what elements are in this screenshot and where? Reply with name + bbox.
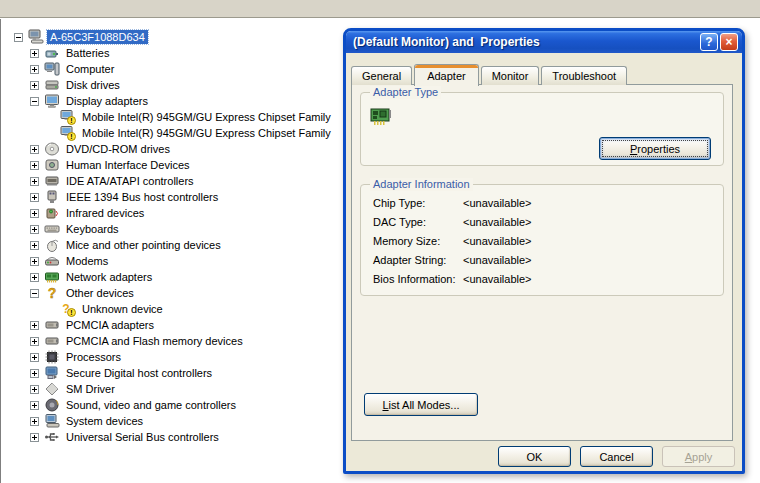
diamond-icon xyxy=(44,381,60,397)
tree-item-label[interactable]: Mobile Intel(R) 945GM/GU Express Chipset… xyxy=(79,126,334,140)
cdrom-icon xyxy=(44,141,60,157)
adapter-info-row: Memory Size:<unavailable> xyxy=(373,235,715,248)
sound-icon xyxy=(44,397,60,413)
adapter-info-label: Chip Type: xyxy=(373,197,463,210)
collapse-minus-icon[interactable] xyxy=(30,97,39,106)
tree-item-label[interactable]: Human Interface Devices xyxy=(63,158,193,172)
adapter-info-label: Memory Size: xyxy=(373,235,463,248)
tab-adapter[interactable]: Adapter xyxy=(414,64,479,86)
tree-item-label[interactable]: Sound, video and game controllers xyxy=(63,398,239,412)
tree-item-label[interactable]: Computer xyxy=(63,62,117,76)
adapter-info-row: Chip Type:<unavailable> xyxy=(373,197,715,210)
svg-text:!: ! xyxy=(70,133,72,140)
adapter-info-value: <unavailable> xyxy=(463,197,715,210)
expand-plus-icon[interactable] xyxy=(30,145,39,154)
expand-plus-icon[interactable] xyxy=(30,241,39,250)
tree-item-label[interactable]: Disk drives xyxy=(63,78,123,92)
tree-item-label[interactable]: IDE ATA/ATAPI controllers xyxy=(63,174,197,188)
display-warning-icon: ! xyxy=(60,125,76,141)
tree-item-label[interactable]: Unknown device xyxy=(79,302,166,316)
tab-troubleshoot[interactable]: Troubleshoot xyxy=(541,66,627,85)
expand-plus-icon[interactable] xyxy=(30,161,39,170)
pcmcia-icon xyxy=(44,317,60,333)
adapter-info-row: DAC Type:<unavailable> xyxy=(373,216,715,229)
mouse-icon xyxy=(44,237,60,253)
tree-item-label[interactable]: Universal Serial Bus controllers xyxy=(63,430,222,444)
tree-item-label[interactable]: PCMCIA adapters xyxy=(63,318,157,332)
tree-item-label[interactable]: DVD/CD-ROM drives xyxy=(63,142,173,156)
expand-plus-icon[interactable] xyxy=(30,81,39,90)
tree-item-label[interactable]: Infrared devices xyxy=(63,206,147,220)
list-all-modes-button[interactable]: List All Modes... xyxy=(364,393,478,416)
tree-item-label[interactable]: A-65C3F1088D634 xyxy=(47,30,148,44)
tree-item-label[interactable]: IEEE 1394 Bus host controllers xyxy=(63,190,221,204)
svg-text:!: ! xyxy=(70,309,72,316)
adapter-info-row: Bios Information:<unavailable> xyxy=(373,273,715,286)
adapter-information-caption: Adapter Information xyxy=(370,178,473,191)
expand-plus-icon[interactable] xyxy=(30,225,39,234)
display-warning-icon: ! xyxy=(60,109,76,125)
collapse-minus-icon[interactable] xyxy=(14,33,23,42)
network-icon xyxy=(44,269,60,285)
expand-plus-icon[interactable] xyxy=(30,433,39,442)
adapter-info-value: <unavailable> xyxy=(463,216,715,229)
ieee1394-icon xyxy=(44,189,60,205)
close-icon[interactable]: × xyxy=(720,33,738,51)
expand-plus-icon[interactable] xyxy=(30,209,39,218)
expand-plus-icon[interactable] xyxy=(30,273,39,282)
tree-item-label[interactable]: Mice and other pointing devices xyxy=(63,238,224,252)
tab-general[interactable]: General xyxy=(351,66,412,85)
tree-item-label[interactable]: Batteries xyxy=(63,46,112,60)
cancel-button[interactable]: Cancel xyxy=(580,446,653,467)
expand-plus-icon[interactable] xyxy=(30,353,39,362)
tree-item-label[interactable]: Display adapters xyxy=(63,94,151,108)
expand-plus-icon[interactable] xyxy=(30,417,39,426)
help-icon[interactable]: ? xyxy=(700,33,718,51)
tab-strip: GeneralAdapterMonitorTroubleshoot xyxy=(351,63,629,85)
tree-item-label[interactable]: Keyboards xyxy=(63,222,122,236)
expand-plus-icon[interactable] xyxy=(30,401,39,410)
expand-plus-icon[interactable] xyxy=(30,385,39,394)
svg-text:!: ! xyxy=(70,117,72,124)
adapter-tab-page: Adapter Type Properties Adapter Informat… xyxy=(351,84,733,441)
usb-icon xyxy=(44,429,60,445)
expand-plus-icon[interactable] xyxy=(30,321,39,330)
ide-icon xyxy=(44,173,60,189)
expand-plus-icon[interactable] xyxy=(30,49,39,58)
display-icon xyxy=(44,93,60,109)
expand-plus-icon[interactable] xyxy=(30,65,39,74)
tree-item-label[interactable]: Network adapters xyxy=(63,270,155,284)
modem-icon xyxy=(44,253,60,269)
adapter-information-rows: Chip Type:<unavailable>DAC Type:<unavail… xyxy=(373,197,715,292)
infrared-icon xyxy=(44,205,60,221)
adapter-information-group: Adapter Information Chip Type:<unavailab… xyxy=(360,184,724,296)
adapter-info-value: <unavailable> xyxy=(463,254,715,267)
adapter-type-caption: Adapter Type xyxy=(370,86,441,99)
expand-plus-icon[interactable] xyxy=(30,257,39,266)
tree-item-label[interactable]: SM Driver xyxy=(63,382,118,396)
adapter-info-label: DAC Type: xyxy=(373,216,463,229)
tab-monitor[interactable]: Monitor xyxy=(481,66,540,85)
tree-item-label[interactable]: PCMCIA and Flash memory devices xyxy=(63,334,246,348)
tree-item-label[interactable]: Other devices xyxy=(63,286,137,300)
hid-icon xyxy=(44,157,60,173)
titlebar-buttons: ? × xyxy=(700,33,738,51)
tree-item-label[interactable]: Secure Digital host controllers xyxy=(63,366,215,380)
expand-plus-icon[interactable] xyxy=(30,337,39,346)
expand-plus-icon[interactable] xyxy=(30,177,39,186)
tree-item-label[interactable]: Modems xyxy=(63,254,111,268)
tree-item-label[interactable]: System devices xyxy=(63,414,146,428)
dialog-titlebar[interactable]: (Default Monitor) and Properties ? × xyxy=(346,31,742,53)
tree-item-label[interactable]: Processors xyxy=(63,350,124,364)
properties-button[interactable]: Properties xyxy=(599,137,711,160)
monitor-properties-dialog: (Default Monitor) and Properties ? × Gen… xyxy=(343,28,745,474)
expand-plus-icon[interactable] xyxy=(30,193,39,202)
sd-icon xyxy=(44,365,60,381)
apply-button: Apply xyxy=(662,446,735,467)
ok-button[interactable]: OK xyxy=(498,446,571,467)
dialog-title: (Default Monitor) and Properties xyxy=(346,31,742,53)
adapter-info-label: Bios Information: xyxy=(373,273,463,286)
tree-item-label[interactable]: Mobile Intel(R) 945GM/GU Express Chipset… xyxy=(79,110,334,124)
expand-plus-icon[interactable] xyxy=(30,369,39,378)
collapse-minus-icon[interactable] xyxy=(30,289,39,298)
